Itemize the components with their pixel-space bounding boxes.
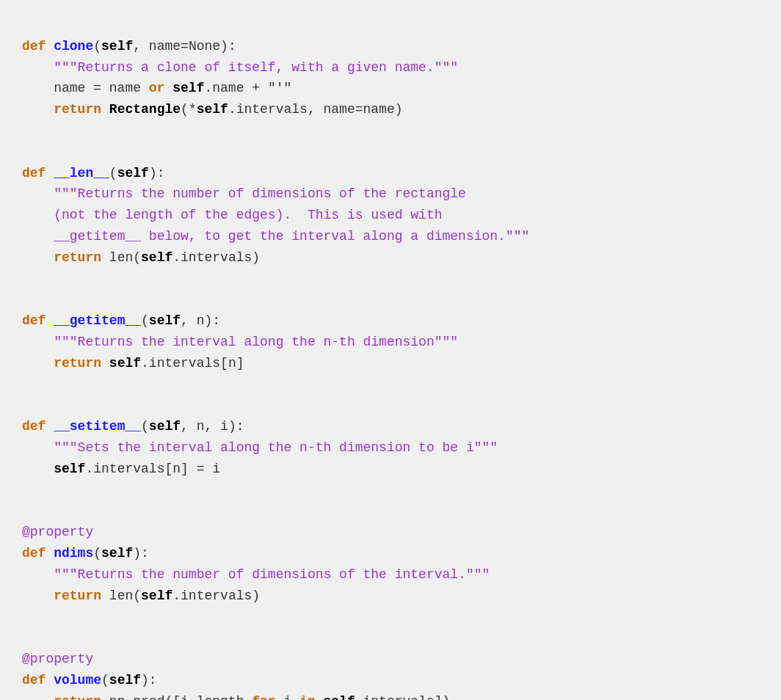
line-1: def clone(self, name=None): <box>22 39 236 54</box>
line-14: return self.intervals[n] <box>22 356 244 371</box>
line-7: """Returns the number of dimensions of t… <box>22 186 466 201</box>
line-26: def volume(self): <box>22 673 157 688</box>
line-9: __getitem__ below, to get the interval a… <box>22 229 529 244</box>
code-display: def clone(self, name=None): """Returns a… <box>22 15 759 700</box>
line-3: name = name or self.name + "'" <box>22 81 291 95</box>
line-12: def __getitem__(self, n): <box>22 313 220 328</box>
line-13: """Returns the interval along the n-th d… <box>22 335 458 349</box>
line-20: @property <box>22 525 93 539</box>
line-21: def ndims(self): <box>22 546 149 561</box>
line-23: return len(self.intervals) <box>22 588 260 603</box>
line-22: """Returns the number of dimensions of t… <box>22 567 490 582</box>
line-2: """Returns a clone of itself, with a giv… <box>22 60 458 75</box>
line-27: return np.prod([i.length for i in self.i… <box>22 694 450 701</box>
line-25: @property <box>22 652 93 666</box>
line-4: return Rectangle(*self.intervals, name=n… <box>22 102 403 117</box>
line-10: return len(self.intervals) <box>22 250 260 265</box>
line-6: def __len__(self): <box>22 166 164 181</box>
line-16: def __setitem__(self, n, i): <box>22 419 244 434</box>
line-8: (not the length of the edges). This is u… <box>22 208 443 222</box>
line-18: self.intervals[n] = i <box>22 462 220 476</box>
line-17: """Sets the interval along the n-th dime… <box>22 440 498 455</box>
